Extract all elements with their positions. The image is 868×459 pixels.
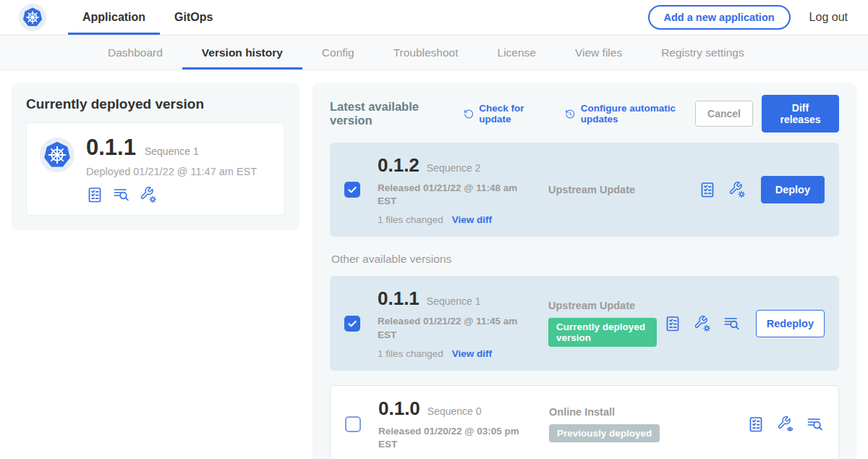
currently-deployed-panel: Currently deployed version 0.1.1 Sequenc…: [12, 83, 299, 230]
other-available-versions-title: Other available versions: [331, 253, 839, 266]
kubernetes-logo-icon: [19, 4, 46, 31]
check-icon: [346, 318, 358, 329]
sequence-label: Sequence 0: [427, 405, 482, 417]
cancel-button[interactable]: Cancel: [695, 101, 753, 127]
deployed-version-card: 0.1.1 Sequence 1 Deployed 01/21/22 @ 11:…: [26, 122, 285, 216]
available-versions-panel: Latest available version Check for updat…: [312, 83, 856, 459]
deployed-sequence-label: Sequence 1: [145, 146, 199, 157]
kubernetes-app-icon: [40, 138, 75, 172]
version-checkbox[interactable]: [344, 182, 360, 198]
files-changed-label: 1 files changed: [378, 214, 443, 225]
deployed-version-number: 0.1.1: [86, 135, 136, 161]
view-diff-link[interactable]: View diff: [452, 348, 492, 359]
top-nav: Application GitOps Add a new application…: [0, 0, 868, 35]
version-number: 0.1.2: [378, 154, 420, 177]
view-config-icon[interactable]: [777, 416, 794, 433]
subnav-license[interactable]: License: [478, 35, 556, 70]
released-timestamp: Released 01/20/22 @ 03:05 pm EST: [378, 425, 519, 451]
version-checkbox[interactable]: [344, 316, 360, 332]
refresh-icon: [464, 108, 474, 120]
subnav-view-files[interactable]: View files: [556, 35, 642, 70]
version-row-0-1-2: 0.1.2 Sequence 2 Released 01/21/22 @ 11:…: [330, 143, 839, 237]
version-checkbox[interactable]: [345, 416, 361, 432]
edit-config-icon[interactable]: [140, 186, 157, 203]
tab-gitops[interactable]: GitOps: [160, 0, 227, 35]
check-for-update-link[interactable]: Check for update: [464, 103, 547, 125]
edit-config-icon[interactable]: [728, 181, 746, 198]
currently-deployed-badge: Currently deployed version: [548, 318, 657, 347]
release-notes-icon[interactable]: [664, 315, 681, 332]
version-source-label: Upstream Update: [548, 300, 657, 311]
deployed-panel-title: Currently deployed version: [26, 96, 285, 112]
app-subnav: Dashboard Version history Config Trouble…: [0, 35, 868, 70]
edit-config-icon[interactable]: [694, 315, 711, 332]
latest-available-title: Latest available version: [330, 100, 445, 127]
version-number: 0.1.1: [378, 287, 420, 310]
subnav-version-history[interactable]: Version history: [182, 35, 302, 70]
app-logo: [0, 0, 55, 35]
view-diff-icon[interactable]: [723, 315, 741, 332]
version-row-0-1-0: 0.1.0 Sequence 0 Released 01/20/22 @ 03:…: [330, 385, 839, 459]
view-diff-link[interactable]: View diff: [452, 214, 492, 225]
released-timestamp: Released 01/21/22 @ 11:45 am EST: [378, 315, 519, 341]
release-notes-icon[interactable]: [86, 186, 103, 203]
view-diff-icon[interactable]: [807, 416, 824, 433]
subnav-dashboard[interactable]: Dashboard: [88, 35, 182, 70]
version-number: 0.1.0: [378, 397, 420, 420]
diff-releases-button[interactable]: Diff releases: [762, 95, 839, 132]
view-diff-icon[interactable]: [113, 186, 130, 203]
add-new-application-button[interactable]: Add a new application: [648, 5, 791, 30]
release-notes-icon[interactable]: [699, 181, 716, 198]
deploy-button[interactable]: Deploy: [761, 176, 825, 203]
top-tabs: Application GitOps: [68, 0, 227, 35]
subnav-config[interactable]: Config: [302, 35, 374, 70]
check-icon: [346, 184, 358, 195]
version-source-label: Upstream Update: [548, 184, 692, 195]
version-source-label: Online Install: [549, 406, 740, 418]
subnav-troubleshoot[interactable]: Troubleshoot: [374, 35, 478, 70]
sequence-label: Sequence 2: [427, 162, 481, 174]
logout-button[interactable]: Log out: [809, 11, 848, 24]
files-changed-label: 1 files changed: [378, 348, 443, 359]
sequence-label: Sequence 1: [427, 295, 481, 307]
tab-application[interactable]: Application: [68, 0, 160, 35]
deployed-timestamp: Deployed 01/21/22 @ 11:47 am EST: [86, 166, 257, 177]
redeploy-button[interactable]: Redeploy: [756, 310, 825, 337]
clock-refresh-icon: [565, 108, 575, 120]
version-row-0-1-1: 0.1.1 Sequence 1 Released 01/21/22 @ 11:…: [330, 276, 839, 370]
subnav-registry-settings[interactable]: Registry settings: [642, 35, 764, 70]
release-notes-icon[interactable]: [747, 416, 765, 433]
released-timestamp: Released 01/21/22 @ 11:48 am EST: [378, 182, 519, 208]
configure-automatic-updates-link[interactable]: Configure automatic updates: [565, 103, 695, 125]
previously-deployed-badge: Previously deployed: [549, 424, 660, 442]
